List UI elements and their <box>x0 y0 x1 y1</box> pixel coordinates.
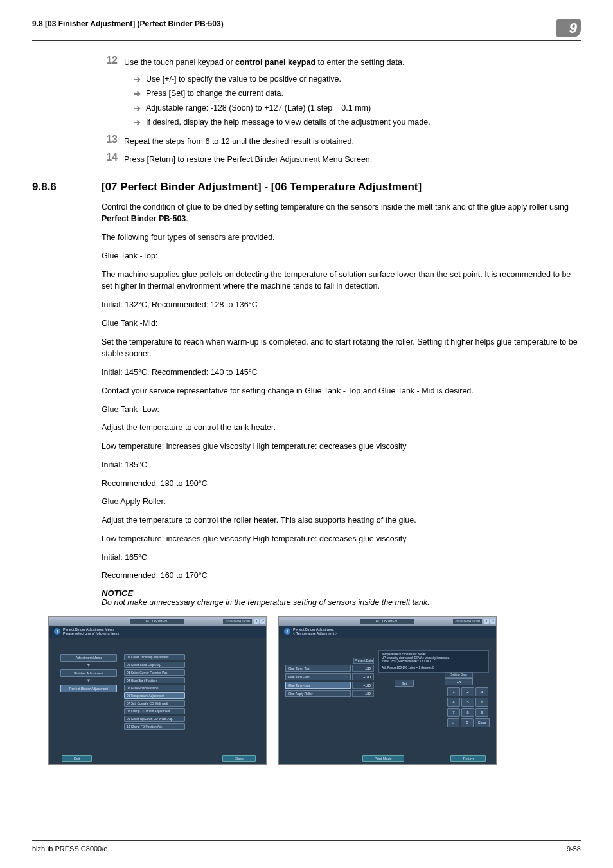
paragraph: Glue Tank -Top: <box>102 250 581 262</box>
arrow-icon: ➔ <box>134 73 146 87</box>
row-glue-tank-mid[interactable]: Glue Tank -Mid <box>285 673 351 680</box>
nav-finisher-adjustment[interactable]: Finisher Adjustment <box>60 669 117 677</box>
key-9[interactable]: 9 <box>475 708 488 717</box>
nav-adjustment-menu[interactable]: Adjustment Menu <box>60 654 117 662</box>
section-number: 9.8.6 <box>32 181 102 194</box>
table-row: Glue Tank -Low+180 <box>285 682 374 689</box>
menu-item-07[interactable]: 07 Sub Compile CD Width Adj. <box>124 700 185 707</box>
sub-item: ➔Adjustable range: -128 (Soon) to +127 (… <box>134 102 581 116</box>
header-breadcrumb: 9.8 [03 Finisher Adjustment] (Perfect Bi… <box>32 19 224 28</box>
key-5[interactable]: 5 <box>461 698 474 707</box>
row-glue-tank-low[interactable]: Glue Tank -Low <box>285 682 351 689</box>
paragraph: Set the temperature to reach when warm-u… <box>102 336 581 361</box>
step-12: 12 Use the touch panel keypad or control… <box>102 55 581 69</box>
exit-button[interactable]: Exit <box>62 755 92 762</box>
nav-perfect-binder-adjustment[interactable]: Perfect Binder Adjustment <box>60 685 117 692</box>
screen-body: Present Data Glue Tank -Top+180 Glue Tan… <box>279 642 496 753</box>
notice-heading: NOTICE <box>102 588 581 598</box>
page-footer: bizhub PRESS C8000/e 9-58 <box>32 840 581 853</box>
help-icon[interactable]: ? <box>260 619 265 624</box>
paragraph: Recommended: 160 to 170°C <box>102 570 581 582</box>
table-row: Glue Tank -Top+180 <box>285 665 374 672</box>
screen-titlebar: ADJUSTMENT 2010/04/04 14:00 i ? <box>279 617 496 626</box>
paragraph: Initial: 185°C <box>102 459 581 471</box>
screen-header: i Perfect Binder Adjustment < Temperatur… <box>279 626 496 638</box>
section-title: [07 Perfect Binder Adjustment] - [06 Tem… <box>102 181 422 194</box>
arrow-icon: ➔ <box>134 87 146 101</box>
data-table: Present Data Glue Tank -Top+180 Glue Tan… <box>285 658 374 698</box>
timestamp: 2010/04/04 14:00 <box>453 619 482 624</box>
screen-body: Adjustment Menu ▼ Finisher Adjustment ▼ … <box>49 642 266 753</box>
section-body: Control the condition of glue to be drie… <box>32 201 581 608</box>
help-icon[interactable]: ? <box>490 619 495 624</box>
step-number: 14 <box>102 152 124 166</box>
menu-item-02[interactable]: 02 Cover Lead Edge Adj. <box>124 662 185 668</box>
paragraph: Initial: 165°C <box>102 552 581 564</box>
setting-data-value: +5 <box>445 678 473 685</box>
value-cell: +180 <box>352 673 374 680</box>
step-number: 12 <box>102 55 124 69</box>
value-cell: +180 <box>352 690 374 697</box>
paragraph: Contact your service representative for … <box>102 385 581 397</box>
key-4[interactable]: 4 <box>447 698 460 707</box>
key-0[interactable]: 0 <box>461 718 473 727</box>
step-text: Use the touch panel keypad or control pa… <box>124 55 404 69</box>
value-cell: +180 <box>352 682 374 689</box>
sub-item: ➔Use [+/-] to specify the value to be po… <box>134 73 581 87</box>
nav-column: Adjustment Menu ▼ Finisher Adjustment ▼ … <box>60 654 117 692</box>
key-clear[interactable]: Clear <box>475 718 490 727</box>
row-glue-apply-roller[interactable]: Glue Apply Roller <box>285 690 351 697</box>
screen-header-text: Perfect Binder Adjustment < Temperature … <box>293 628 337 636</box>
paragraph: Initial: 132°C, Recommended: 128 to 136°… <box>102 299 581 311</box>
col-present-data: Present Data <box>353 658 374 664</box>
paragraph: Glue Tank -Mid: <box>102 318 581 330</box>
paragraph: Adjust the temperature to control the ro… <box>102 514 581 527</box>
paragraph: The machine supplies glue pellets on det… <box>102 269 581 293</box>
key-plusminus[interactable]: +/- <box>447 718 459 727</box>
menu-item-08[interactable]: 08 Clamp CD Width Adjustment <box>124 708 185 714</box>
info-small-icon[interactable]: i <box>484 619 489 624</box>
print-mode-button[interactable]: Print Mode <box>362 755 404 762</box>
close-button[interactable]: Close <box>222 755 256 762</box>
paragraph: Low temperature: increases glue viscosit… <box>102 533 581 545</box>
screen-titlebar: ADJUSTMENT 2010/04/04 14:00 i ? <box>49 617 266 626</box>
table-row: Glue Apply Roller+180 <box>285 690 374 697</box>
paragraph: Recommended: 180 to 190°C <box>102 478 581 490</box>
setting-data-label: Setting Data <box>445 672 473 678</box>
table-row: Glue Tank -Mid+180 <box>285 673 374 680</box>
menu-item-06[interactable]: 06 Temperature Adjustment <box>124 692 185 699</box>
paragraph: Glue Apply Roller: <box>102 496 581 508</box>
screen-header: i Perfect Binder Adjustment Menu Please … <box>49 626 266 638</box>
key-8[interactable]: 8 <box>461 708 474 717</box>
set-button[interactable]: Set <box>395 680 414 687</box>
info-small-icon[interactable]: i <box>254 619 259 624</box>
help-message-box: Temperature to control tank heater UP: v… <box>378 650 489 673</box>
sub-item: ➔Press [Set] to change the current data. <box>134 87 581 101</box>
screenshot-temperature: ADJUSTMENT 2010/04/04 14:00 i ? i Perfec… <box>278 616 497 765</box>
paragraph: Initial: 145°C, Recommended: 140 to 145°… <box>102 366 581 379</box>
page-header: 9.8 [03 Finisher Adjustment] (Perfect Bi… <box>32 19 581 41</box>
screen-mode-label: ADJUSTMENT <box>130 619 185 624</box>
step-text: Repeat the steps from 6 to 12 until the … <box>124 134 354 148</box>
chevron-down-icon: ▼ <box>60 664 117 667</box>
info-icon: i <box>284 628 290 635</box>
key-3[interactable]: 3 <box>475 687 488 696</box>
key-6[interactable]: 6 <box>475 698 488 707</box>
table-header: Present Data <box>285 658 374 664</box>
return-button[interactable]: Return <box>450 755 486 762</box>
menu-item-05[interactable]: 05 Glue Finish Position <box>124 685 185 691</box>
arrow-icon: ➔ <box>134 116 146 130</box>
timestamp: 2010/04/04 14:00 <box>223 619 252 624</box>
menu-item-04[interactable]: 04 Glue Start Position <box>124 677 185 683</box>
sub-item: ➔If desired, display the help message to… <box>134 116 581 130</box>
row-glue-tank-top[interactable]: Glue Tank -Top <box>285 665 351 672</box>
menu-item-03[interactable]: 03 Spine Corner Forming Pos. <box>124 669 185 676</box>
step-number: 13 <box>102 134 124 148</box>
key-2[interactable]: 2 <box>461 687 474 696</box>
menu-item-09[interactable]: 09 Cover Up/Down CD Width Adj. <box>124 716 185 722</box>
key-7[interactable]: 7 <box>447 708 460 717</box>
key-1[interactable]: 1 <box>447 687 460 696</box>
menu-item-10[interactable]: 10 Clamp FD Position Adj. <box>124 723 185 730</box>
footer-page-number: 9-58 <box>567 845 581 853</box>
menu-item-01[interactable]: 01 Cover Trimming Adjustment <box>124 654 185 660</box>
